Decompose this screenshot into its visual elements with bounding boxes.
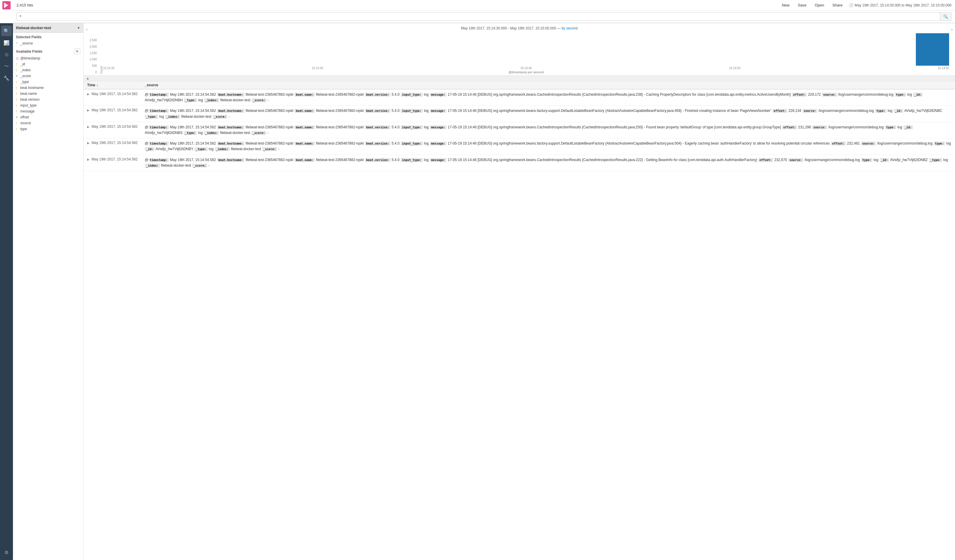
chart-nav-right[interactable]: › [951, 27, 953, 32]
table-row: ▶ May 19th 2017, 15:14:54.582 @timestamp… [84, 138, 955, 155]
field-item-input-type[interactable]: t input_type [13, 102, 83, 108]
source-line: @timestamp: May 19th 2017, 15:14:54.582 … [144, 141, 952, 152]
source-cell: @timestamp: May 19th 2017, 15:14:54.582 … [141, 122, 955, 138]
table-row: ▶ May 19th 2017, 15:14:54.582 @timestamp… [84, 89, 955, 106]
field-type-beat-hostname: t [16, 86, 19, 89]
field-type-timestamp: @ [16, 57, 19, 60]
source-line: @timestamp: May 19th 2017, 15:14:54.582 … [144, 157, 952, 168]
field-type-source: ? [16, 42, 19, 45]
field-type-index: t [16, 69, 19, 72]
field-item-type-field[interactable]: t type [13, 126, 83, 132]
field-name-id: _id [20, 62, 25, 66]
devtools-icon: 🔧 [3, 75, 9, 81]
index-dropdown-button[interactable]: ▼ [77, 26, 80, 30]
field-type-input-type: t [16, 104, 19, 107]
chart-x-axis: 15:14:35 15:14:40 15:14:45 15:14:50 15:1… [103, 67, 949, 70]
chart-x-title: @timestamp per second [103, 70, 949, 74]
field-name-score: _score [20, 74, 31, 78]
field-item-beat-name[interactable]: t beat.name [13, 91, 83, 97]
x-label-4: 15:14:50 [729, 67, 741, 70]
discover-icon: 🔍 [3, 28, 9, 34]
new-button[interactable]: New [780, 2, 791, 8]
left-nav: 🔍 📊 ⊙ 〜 🔧 ⚙ [0, 23, 13, 560]
field-item-timestamp[interactable]: @ @timestamp [13, 55, 83, 61]
y-label-1500: 1,500 [89, 52, 97, 55]
top-bar-actions: New Save Open Share 🕐 May 19th 2017, 15:… [780, 2, 952, 8]
field-item-score[interactable]: # _score [13, 73, 83, 79]
field-type-score: # [16, 75, 19, 78]
source-cell: @timestamp: May 19th 2017, 15:14:54.582 … [141, 89, 955, 106]
field-item-source[interactable]: ? _source [13, 40, 83, 46]
index-selector[interactable]: filebeat-docker-test ▼ [13, 23, 83, 33]
chart-bar-active [916, 33, 949, 66]
nav-timelion[interactable]: 〜 [1, 61, 12, 72]
sort-icon: ↓ [96, 83, 98, 87]
expand-row-button[interactable]: ▶ [87, 92, 89, 96]
x-label-2: 15:14:40 [312, 67, 323, 70]
field-item-index[interactable]: t _index [13, 67, 83, 73]
x-label-1: 15:14:35 [103, 67, 114, 70]
search-button[interactable]: 🔍 [940, 13, 952, 21]
y-label-2000: 2,000 [89, 45, 97, 48]
time-cell: ▶ May 19th 2017, 15:14:54.582 [84, 106, 141, 122]
field-item-beat-version[interactable]: t beat.version [13, 97, 83, 102]
share-button[interactable]: Share [830, 2, 844, 8]
nav-discover[interactable]: 🔍 [1, 26, 12, 36]
field-name-beat-hostname: beat.hostname [20, 86, 44, 90]
y-label-2500: 2,500 [89, 39, 97, 42]
time-cell: ▶ May 19th 2017, 15:14:54.582 [84, 122, 141, 138]
results-area: Time ↓ _source ▶ May 19th 2017, 15:14:54… [84, 81, 955, 560]
search-input[interactable] [17, 13, 940, 21]
available-fields-label: Available Fields [16, 50, 42, 53]
expand-row-button[interactable]: ▶ [87, 109, 89, 112]
nav-management[interactable]: ⚙ [1, 547, 12, 558]
nav-devtools[interactable]: 🔧 [1, 73, 12, 83]
field-type-beat-name: t [16, 92, 19, 95]
selected-fields-label: Selected Fields [13, 33, 83, 40]
table-row: ▶ May 19th 2017, 15:14:54.582 @timestamp… [84, 155, 955, 171]
field-name-index: _index [20, 68, 31, 72]
expand-row-button[interactable]: ▶ [87, 141, 89, 145]
time-cell: ▶ May 19th 2017, 15:14:54.582 [84, 155, 141, 171]
nav-dashboard[interactable]: ⊙ [1, 49, 12, 60]
expand-row-button[interactable]: ▶ [87, 125, 89, 128]
field-name-beat-name: beat.name [20, 92, 37, 96]
field-item-offset[interactable]: # offset [13, 114, 83, 120]
save-button[interactable]: Save [796, 2, 808, 8]
chart-y-axis: 2,500 2,000 1,500 1,000 500 0 [89, 39, 99, 74]
field-type-type-meta: t [16, 80, 19, 84]
hits-count: 2,415 hits [17, 3, 33, 7]
field-name-beat-version: beat.version [20, 97, 39, 102]
source-cell: @timestamp: May 19th 2017, 15:14:54.582 … [141, 155, 955, 171]
chart-title: May 19th 2017, 15:14:30.000 - May 19th 2… [461, 26, 556, 30]
nav-visualize[interactable]: 📊 [1, 38, 12, 48]
available-fields-header: Available Fields ⚙ [13, 46, 83, 55]
field-type-offset: # [16, 116, 19, 119]
field-item-type-meta[interactable]: t _type [13, 79, 83, 85]
results-table: Time ↓ _source ▶ May 19th 2017, 15:14:54… [84, 81, 955, 171]
top-bar: 2,415 hits New Save Open Share 🕐 May 19t… [13, 0, 955, 11]
fields-settings-button[interactable]: ⚙ [74, 48, 80, 54]
y-label-500: 500 [89, 64, 97, 67]
field-item-message[interactable]: t message [13, 108, 83, 114]
expand-row-button[interactable]: ▶ [87, 158, 89, 161]
field-name-type-field: type [20, 127, 27, 131]
chart-area: 2,500 2,000 1,500 1,000 500 0 Count [89, 33, 949, 74]
field-item-beat-hostname[interactable]: t beat.hostname [13, 85, 83, 91]
by-second-link[interactable]: by second [561, 26, 578, 30]
top-bar-left: 2,415 hits [17, 3, 33, 7]
x-label-5: 15:14:55 [938, 67, 949, 70]
open-button[interactable]: Open [813, 2, 826, 8]
chart-collapse-button[interactable]: ▲ [86, 76, 89, 80]
visualize-icon: 📊 [3, 40, 9, 45]
chart-y-title: Count [99, 66, 103, 74]
field-item-source-field[interactable]: t source [13, 120, 83, 126]
chart-container: ‹ May 19th 2017, 15:14:30.000 - May 19th… [84, 23, 955, 76]
chart-nav-left[interactable]: ‹ [86, 27, 88, 32]
source-line: @timestamp: May 19th 2017, 15:14:54.582 … [144, 108, 952, 119]
col-time-header[interactable]: Time ↓ [84, 81, 141, 89]
source-line: @timestamp: May 19th 2017, 15:14:54.582 … [144, 125, 952, 136]
chart-collapse-row: ▲ [84, 76, 955, 81]
field-item-id[interactable]: t _id [13, 61, 83, 67]
field-name-source: _source [20, 41, 33, 45]
